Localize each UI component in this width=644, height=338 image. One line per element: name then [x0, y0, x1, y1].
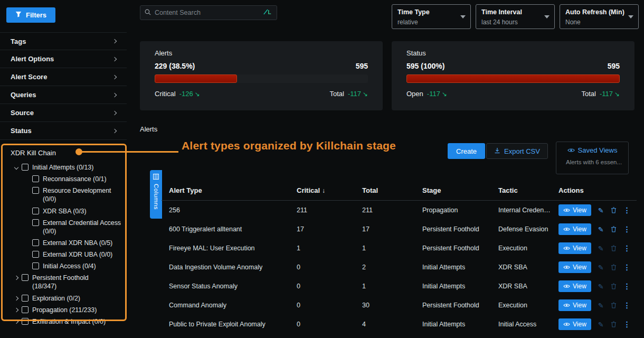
sidebar: Filters Tags Alert Options Alert Score Q…: [0, 0, 127, 338]
more-options-icon[interactable]: ⋮: [623, 206, 631, 214]
tree-item-label: External XDR NBA (0/5): [43, 239, 112, 247]
view-button[interactable]: View: [558, 204, 591, 216]
edit-icon[interactable]: ✎: [598, 207, 604, 214]
header-alert-type[interactable]: Alert Type: [162, 186, 289, 194]
filters-button[interactable]: Filters: [6, 7, 55, 23]
more-options-icon[interactable]: ⋮: [623, 283, 631, 290]
header-total[interactable]: Total: [355, 186, 415, 194]
cell-alert-type: Data Ingestion Volume Anomaly: [162, 264, 289, 271]
delete-icon[interactable]: [611, 245, 617, 251]
delete-icon[interactable]: [611, 226, 617, 232]
tree-item-initial-attempts[interactable]: Initial Attempts (0/13): [0, 162, 127, 173]
columns-button[interactable]: Columns: [150, 170, 162, 219]
time-interval-dropdown[interactable]: Time Interval last 24 hours: [476, 4, 555, 29]
tree-item-external-credential-access[interactable]: External Credential Access (0/0): [0, 217, 127, 237]
delete-icon[interactable]: [611, 302, 617, 308]
tree-item-exploration[interactable]: Exploration (0/2): [0, 293, 127, 304]
tree-item-propagation[interactable]: Propagation (211/233): [0, 304, 127, 316]
checkbox[interactable]: [22, 274, 29, 281]
edit-icon[interactable]: ✎: [598, 283, 604, 290]
caret-down-icon[interactable]: [14, 165, 18, 170]
delete-icon[interactable]: [611, 207, 617, 213]
sidebar-item-source[interactable]: Source: [0, 104, 127, 122]
more-options-icon[interactable]: ⋮: [623, 264, 631, 271]
sidebar-item-queries[interactable]: Queries: [0, 86, 127, 104]
query-language-icon[interactable]: [263, 8, 272, 17]
more-options-icon[interactable]: ⋮: [623, 245, 631, 252]
tree-item-initial-access[interactable]: Initial Access (0/4): [0, 260, 127, 272]
checkbox[interactable]: [22, 318, 29, 325]
cell-total: 2: [355, 264, 415, 271]
table-header-row: Alert Type Critical↓ Total Stage Tactic …: [162, 181, 637, 201]
sidebar-item-label: Status: [11, 127, 32, 135]
tree-item-reconnaissance[interactable]: Reconnaissance (0/1): [0, 173, 127, 185]
annotation-text: Alert types organized by Killchain stage: [182, 139, 396, 152]
metric-label: Critical: [155, 90, 176, 98]
delete-icon[interactable]: [611, 321, 617, 327]
chevron-right-icon: [112, 39, 117, 43]
search-input[interactable]: [155, 9, 259, 16]
edit-icon[interactable]: ✎: [598, 264, 604, 271]
sidebar-item-tags[interactable]: Tags: [0, 32, 127, 50]
saved-views-dropdown[interactable]: Saved Views Alerts with 6 essen...: [556, 142, 629, 174]
caret-right-icon[interactable]: [14, 307, 18, 312]
view-button[interactable]: View: [558, 261, 591, 273]
tree-item-xdr-sba[interactable]: XDR SBA (0/3): [0, 205, 127, 217]
sidebar-item-status[interactable]: Status: [0, 122, 127, 140]
edit-icon[interactable]: ✎: [598, 302, 604, 309]
cell-total: 211: [355, 206, 415, 214]
sidebar-item-alert-options[interactable]: Alert Options: [0, 50, 127, 68]
view-button[interactable]: View: [558, 223, 591, 235]
checkbox[interactable]: [32, 187, 39, 194]
header-stage[interactable]: Stage: [415, 186, 491, 194]
cell-alert-type: Fireeye MAL: User Execution: [162, 245, 289, 252]
checkbox[interactable]: [32, 262, 39, 269]
alerts-section-title: Alerts: [140, 125, 157, 133]
tree-item-exfiltration-impact[interactable]: Exfiltration & Impact (0/0): [0, 316, 127, 327]
metric-label: Total: [329, 90, 344, 98]
more-options-icon[interactable]: ⋮: [623, 226, 631, 233]
checkbox[interactable]: [22, 306, 29, 313]
checkbox[interactable]: [22, 164, 29, 171]
edit-icon[interactable]: ✎: [598, 245, 604, 252]
checkbox[interactable]: [32, 251, 39, 258]
tree-item-external-xdr-uba[interactable]: External XDR UBA (0/0): [0, 249, 127, 260]
card-title: Status: [406, 49, 620, 57]
time-type-dropdown[interactable]: Time Type relative: [392, 4, 471, 29]
cell-total: 1: [355, 245, 415, 252]
tree-item-label: XDR SBA (0/3): [43, 207, 87, 215]
view-button[interactable]: View: [558, 280, 591, 292]
tree-item-external-xdr-nba[interactable]: External XDR NBA (0/5): [0, 237, 127, 249]
view-button[interactable]: View: [558, 299, 591, 311]
auto-refresh-dropdown[interactable]: Auto Refresh (Min) None: [560, 4, 639, 29]
caret-right-icon[interactable]: [14, 320, 18, 324]
export-csv-button[interactable]: Export CSV: [486, 143, 548, 159]
header-critical[interactable]: Critical↓: [289, 186, 355, 194]
view-button[interactable]: View: [558, 242, 591, 254]
checkbox[interactable]: [32, 239, 39, 246]
chevron-right-icon: [112, 128, 117, 133]
caret-right-icon[interactable]: [14, 276, 18, 280]
more-options-icon[interactable]: ⋮: [623, 321, 631, 328]
header-tactic[interactable]: Tactic: [491, 186, 551, 194]
delete-icon[interactable]: [611, 264, 617, 270]
dropdown-value: relative: [397, 18, 458, 26]
more-options-icon[interactable]: ⋮: [623, 302, 631, 309]
edit-icon[interactable]: ✎: [598, 321, 604, 328]
tree-item-resource-development[interactable]: Resource Development (0/0): [0, 185, 127, 205]
cell-stage: Propagation: [415, 206, 491, 214]
checkbox[interactable]: [32, 175, 39, 182]
checkbox[interactable]: [32, 208, 39, 214]
table-row: Data Ingestion Volume Anomaly 0 2 Initia…: [162, 258, 637, 277]
delete-icon[interactable]: [611, 283, 617, 289]
edit-icon[interactable]: ✎: [598, 226, 604, 233]
tree-item-persistent-foothold[interactable]: Persistent Foothold (18/347): [0, 272, 127, 292]
checkbox[interactable]: [32, 219, 39, 226]
metric-label: Total: [581, 90, 595, 98]
checkbox[interactable]: [22, 295, 29, 302]
sidebar-item-alert-score[interactable]: Alert Score: [0, 68, 127, 86]
caret-right-icon[interactable]: [14, 296, 18, 300]
create-button[interactable]: Create: [448, 143, 485, 159]
cell-stage: Initial Attempts: [415, 283, 491, 290]
view-button[interactable]: View: [558, 318, 591, 330]
